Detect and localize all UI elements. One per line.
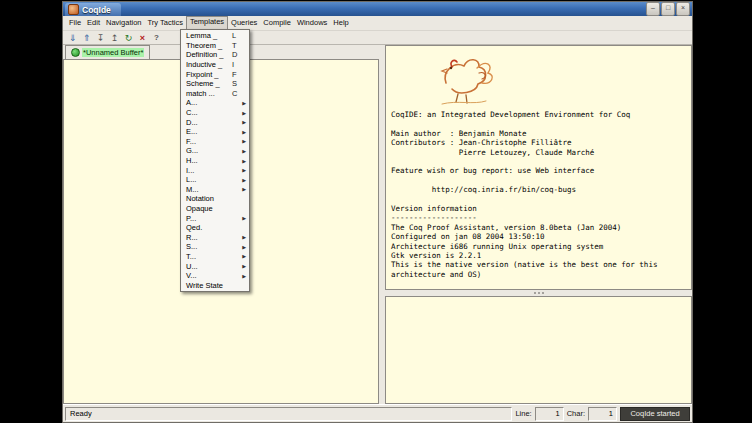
menu-windows[interactable]: Windows xyxy=(294,17,330,29)
templates-menu-item[interactable]: U... ▶ xyxy=(182,261,248,271)
about-line: Pierre Letouzey, Claude Marché xyxy=(391,148,687,157)
proof-column: CoqIDE: an Integrated Development Enviro… xyxy=(385,45,692,404)
titlebar[interactable]: CoqIde – □ × xyxy=(63,2,692,16)
templates-menu-item[interactable]: Inductive _ I xyxy=(182,60,248,70)
step-backward-icon[interactable]: ⇑ xyxy=(81,32,92,44)
templates-menu-item[interactable]: Qed. xyxy=(182,223,248,233)
submenu-arrow-icon: ▶ xyxy=(240,234,246,240)
templates-menu-item[interactable]: Scheme _ S xyxy=(182,79,248,89)
restart-icon[interactable]: ↻ xyxy=(123,32,134,44)
menu-compile[interactable]: Compile xyxy=(260,17,294,29)
submenu-arrow-icon: ▶ xyxy=(240,138,246,144)
menu-item-label: U... xyxy=(186,262,232,271)
templates-menu-item[interactable]: S... ▶ xyxy=(182,242,248,252)
menu-item-label: Notation xyxy=(186,194,232,203)
maximize-button[interactable]: □ xyxy=(661,2,675,16)
about-line: The Coq Proof Assistant, version 8.0beta… xyxy=(391,223,687,232)
about-line xyxy=(391,176,687,185)
menu-queries[interactable]: Queries xyxy=(228,17,260,29)
templates-menu-item[interactable]: V... ▶ xyxy=(182,271,248,281)
tab-unnamed-buffer[interactable]: *Unnamed Buffer* xyxy=(65,45,150,59)
step-forward-icon[interactable]: ⇓ xyxy=(67,32,78,44)
title-tab: CoqIde xyxy=(65,3,121,16)
menu-bar: File Edit Navigation Try Tactics Templat… xyxy=(63,16,692,31)
templates-menu-item[interactable]: A... ▶ xyxy=(182,98,248,108)
menu-item-label: S... xyxy=(186,242,232,251)
status-bar: Ready Line: 1 Char: 1 CoqIde started xyxy=(63,404,692,422)
menu-item-label: Qed. xyxy=(186,223,232,232)
templates-menu-item[interactable]: P... ▶ xyxy=(182,213,248,223)
submenu-arrow-icon: ▶ xyxy=(240,186,246,192)
about-line: http://coq.inria.fr/bin/coq-bugs xyxy=(391,185,687,194)
about-line: Feature wish or bug report: use Web inte… xyxy=(391,166,687,175)
tab-label: *Unnamed Buffer* xyxy=(82,48,144,57)
menu-item-accelerator: C xyxy=(232,89,240,98)
interrupt-icon[interactable]: × xyxy=(137,32,148,44)
about-line: Version information xyxy=(391,204,687,213)
submenu-arrow-icon: ▶ xyxy=(240,263,246,269)
submenu-arrow-icon: ▶ xyxy=(240,158,246,164)
menu-templates[interactable]: Templates xyxy=(186,16,228,30)
templates-menu-item[interactable]: match ... C xyxy=(182,89,248,99)
submenu-arrow-icon: ▶ xyxy=(240,129,246,135)
about-text: CoqIDE: an Integrated Development Enviro… xyxy=(386,110,691,279)
menu-item-label: A... xyxy=(186,98,232,107)
templates-menu-item[interactable]: T... ▶ xyxy=(182,252,248,262)
templates-menu-item[interactable]: M... ▶ xyxy=(182,185,248,195)
menu-item-label: Opaque xyxy=(186,204,232,213)
menu-navigation[interactable]: Navigation xyxy=(103,17,144,29)
submenu-arrow-icon: ▶ xyxy=(240,273,246,279)
templates-menu-item[interactable]: L... ▶ xyxy=(182,175,248,185)
templates-menu-item[interactable]: H... ▶ xyxy=(182,156,248,166)
about-line xyxy=(391,157,687,166)
line-label: Line: xyxy=(515,409,531,418)
menu-edit[interactable]: Edit xyxy=(84,17,103,29)
minimize-button[interactable]: – xyxy=(646,2,660,16)
menu-item-label: Scheme _ xyxy=(186,79,232,88)
templates-menu-item[interactable]: Notation xyxy=(182,194,248,204)
menu-item-label: M... xyxy=(186,185,232,194)
submenu-arrow-icon: ▶ xyxy=(240,177,246,183)
menu-item-accelerator: D xyxy=(232,50,240,59)
templates-menu-item[interactable]: Definition _ D xyxy=(182,50,248,60)
templates-menu-item[interactable]: Lemma _ L xyxy=(182,31,248,41)
go-to-start-icon[interactable]: ↥ xyxy=(109,32,120,44)
menu-item-label: Write State xyxy=(186,281,232,290)
menu-item-accelerator: S xyxy=(232,79,240,88)
submenu-arrow-icon: ▶ xyxy=(240,110,246,116)
templates-menu-item[interactable]: I... ▶ xyxy=(182,165,248,175)
help-icon[interactable]: ? xyxy=(151,32,162,44)
toolbar: ⇓ ⇑ ↧ ↥ ↻ × ? xyxy=(63,31,692,45)
templates-menu-item[interactable]: Fixpoint _ F xyxy=(182,69,248,79)
submenu-arrow-icon: ▶ xyxy=(240,253,246,259)
templates-menu-item[interactable]: Write State xyxy=(182,280,248,290)
main-content: *Unnamed Buffer* xyxy=(63,45,692,404)
templates-menu-item[interactable]: F... ▶ xyxy=(182,137,248,147)
templates-menu-item[interactable]: C... ▶ xyxy=(182,108,248,118)
menu-item-label: L... xyxy=(186,175,232,184)
menu-help[interactable]: Help xyxy=(330,17,351,29)
message-panel[interactable] xyxy=(385,296,692,404)
menu-item-label: P... xyxy=(186,214,232,223)
templates-menu-item[interactable]: Opaque xyxy=(182,204,248,214)
status-message: Ready xyxy=(65,407,512,421)
menu-file[interactable]: File xyxy=(66,17,84,29)
menu-item-label: C... xyxy=(186,108,232,117)
go-to-cursor-icon[interactable]: ↧ xyxy=(95,32,106,44)
templates-menu-item[interactable]: D... ▶ xyxy=(182,117,248,127)
menu-item-label: G... xyxy=(186,146,232,155)
about-line: Architecture i686 running Unix operating… xyxy=(391,242,687,251)
templates-menu-item[interactable]: Theorem _ T xyxy=(182,41,248,51)
templates-menu-item[interactable]: E... ▶ xyxy=(182,127,248,137)
menu-try-tactics[interactable]: Try Tactics xyxy=(144,17,185,29)
menu-item-label: D... xyxy=(186,118,232,127)
templates-menu-item[interactable]: G... ▶ xyxy=(182,146,248,156)
menu-item-label: T... xyxy=(186,252,232,261)
templates-menu-item[interactable]: R... ▶ xyxy=(182,232,248,242)
close-button[interactable]: × xyxy=(676,2,690,16)
app-icon xyxy=(68,4,79,15)
window-title: CoqIde xyxy=(82,5,111,15)
goal-panel[interactable]: CoqIDE: an Integrated Development Enviro… xyxy=(385,45,692,290)
menu-item-label: Lemma _ xyxy=(186,31,232,40)
submenu-arrow-icon: ▶ xyxy=(240,100,246,106)
